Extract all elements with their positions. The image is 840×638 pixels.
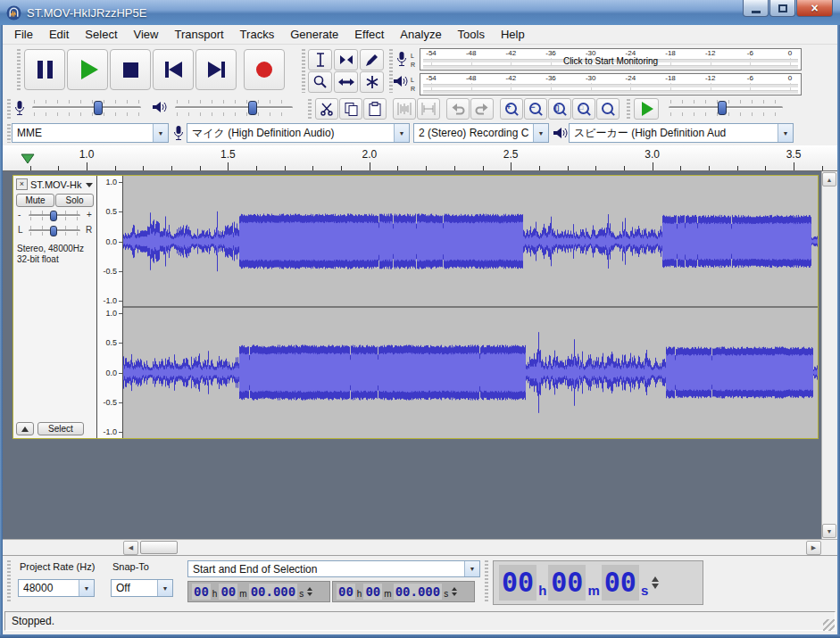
draw-tool-button[interactable]	[360, 49, 384, 70]
stop-button[interactable]	[110, 49, 151, 90]
slider-thumb[interactable]	[718, 101, 727, 115]
menu-file[interactable]: File	[6, 26, 41, 43]
pause-button[interactable]	[24, 49, 65, 90]
scroll-down-button[interactable]: ▼	[822, 524, 836, 538]
undo-button[interactable]	[446, 98, 470, 120]
zoom-toggle-button[interactable]	[596, 98, 620, 120]
close-button[interactable]: ×	[796, 0, 833, 17]
zoom-selection-button[interactable]: []	[548, 98, 571, 120]
zoom-out-button[interactable]: −	[524, 98, 547, 120]
waveform-display[interactable]	[123, 176, 818, 438]
time-spinner[interactable]	[307, 587, 312, 596]
project-rate-dropdown[interactable]: 48000▼	[18, 579, 95, 597]
zoom-tool-button[interactable]	[308, 71, 332, 93]
recording-volume-slider[interactable]	[29, 98, 145, 118]
maximize-button[interactable]	[769, 0, 795, 17]
scroll-up-button[interactable]: ▲	[822, 172, 836, 186]
time-digits[interactable]: 00.000	[394, 584, 443, 600]
recording-meter[interactable]: Click to Start Monitoring -54-48-42-36-3…	[420, 48, 802, 70]
time-digits[interactable]: 00.000	[249, 584, 298, 600]
slider-thumb[interactable]	[94, 101, 103, 115]
selection-end-time[interactable]: 00h00m00.000s	[332, 581, 475, 602]
time-digits[interactable]: 00	[363, 584, 382, 600]
selection-mode-dropdown[interactable]: Start and End of Selection▼	[187, 560, 480, 577]
horizontal-scroll-thumb[interactable]	[140, 541, 178, 554]
menu-tools[interactable]: Tools	[450, 26, 493, 43]
track-close-button[interactable]: ×	[16, 178, 28, 190]
toolbar-grip[interactable]	[7, 124, 11, 143]
playback-volume-slider[interactable]	[171, 98, 296, 118]
slider-thumb[interactable]	[50, 226, 57, 236]
redo-button[interactable]	[470, 98, 494, 120]
play-speed-slider[interactable]	[665, 98, 786, 118]
scroll-right-button[interactable]: ▶	[806, 541, 821, 555]
playback-meter[interactable]: -54-48-42-36-30-24-18-12-60	[420, 73, 802, 95]
menu-help[interactable]: Help	[493, 26, 533, 43]
timeline-ruler[interactable]: 1.01.52.02.53.03.5	[3, 145, 837, 171]
menu-tracks[interactable]: Tracks	[232, 26, 283, 43]
playback-device-dropdown[interactable]: スピーカー (High Definition Aud▼	[569, 123, 794, 143]
scroll-left-button[interactable]: ◀	[123, 541, 138, 555]
time-digits[interactable]: 00	[192, 584, 211, 600]
time-digits[interactable]: 00	[548, 565, 586, 601]
solo-button[interactable]: Solo	[55, 194, 94, 207]
paste-button[interactable]	[363, 98, 387, 120]
record-button[interactable]	[244, 49, 285, 90]
snap-to-dropdown[interactable]: Off▼	[111, 579, 173, 597]
cut-button[interactable]	[315, 98, 338, 120]
time-spinner[interactable]	[452, 587, 457, 596]
track-title[interactable]: ST.MOV-Hk	[30, 179, 84, 190]
menu-generate[interactable]: Generate	[282, 26, 346, 43]
time-spinner[interactable]	[652, 576, 659, 589]
time-digits[interactable]: 00	[602, 565, 639, 601]
selection-start-time[interactable]: 00h00m00.000s	[187, 581, 330, 602]
menu-edit[interactable]: Edit	[41, 26, 77, 43]
horizontal-scrollbar[interactable]: ◀ ▶	[3, 539, 837, 555]
recording-device-dropdown[interactable]: マイク (High Definition Audio)▼	[187, 123, 410, 143]
toolbar-grip[interactable]	[627, 99, 630, 119]
zoom-fit-button[interactable]: □	[572, 98, 595, 120]
toolbar-grip[interactable]	[302, 49, 305, 93]
recording-channels-dropdown[interactable]: 2 (Stereo) Recording C▼	[413, 123, 549, 143]
minimize-button[interactable]	[743, 0, 769, 17]
waveform-canvas[interactable]	[123, 176, 818, 438]
toolbar-grip[interactable]	[308, 99, 312, 119]
menu-view[interactable]: View	[126, 26, 167, 43]
menu-select[interactable]: Select	[77, 26, 125, 43]
envelope-tool-button[interactable]	[334, 49, 358, 70]
trim-audio-button[interactable]	[393, 98, 416, 120]
zoom-in-button[interactable]: +	[500, 98, 523, 120]
time-shift-tool-button[interactable]	[334, 71, 358, 93]
audio-host-dropdown[interactable]: MME▼	[12, 123, 169, 143]
selection-tool-button[interactable]	[308, 49, 332, 70]
time-digits[interactable]: 00	[337, 584, 355, 600]
track-area[interactable]: × ST.MOV-Hk Mute Solo - + L R Stereo, 48…	[3, 171, 837, 539]
track-collapse-button[interactable]	[16, 422, 34, 435]
slider-thumb[interactable]	[50, 211, 57, 221]
mute-button[interactable]: Mute	[16, 194, 54, 207]
track-select-button[interactable]: Select	[37, 422, 84, 435]
time-digits[interactable]: 00	[499, 565, 536, 601]
track-gain-slider[interactable]	[25, 209, 84, 222]
multi-tool-button[interactable]	[360, 71, 384, 93]
play-at-speed-button[interactable]	[634, 98, 659, 120]
skip-to-start-button[interactable]	[153, 49, 194, 90]
time-digits[interactable]: 00	[219, 584, 237, 600]
toolbar-grip[interactable]	[17, 49, 21, 90]
skip-to-end-button[interactable]	[195, 49, 237, 90]
menu-transport[interactable]: Transport	[166, 26, 231, 43]
vertical-scale-ruler[interactable]: 1.00.50.0-0.5-1.01.00.50.0-0.5-1.0	[97, 176, 123, 438]
track-pan-slider[interactable]	[25, 224, 84, 237]
resize-grip[interactable]	[823, 619, 835, 631]
toolbar-grip[interactable]	[7, 99, 11, 119]
menu-effect[interactable]: Effect	[346, 26, 392, 43]
menu-analyze[interactable]: Analyze	[392, 26, 449, 43]
slider-thumb[interactable]	[248, 101, 257, 115]
track-menu-icon[interactable]	[86, 183, 93, 187]
toolbar-grip[interactable]	[7, 560, 11, 603]
titlebar[interactable]: ST.MOV-HkIJRzzHP5E ×	[0, 0, 840, 25]
play-button[interactable]	[67, 49, 108, 90]
audio-position-time[interactable]: 00h00m00s	[493, 560, 703, 605]
vertical-scrollbar[interactable]: ▲ ▼	[821, 171, 837, 539]
copy-button[interactable]	[339, 98, 362, 120]
